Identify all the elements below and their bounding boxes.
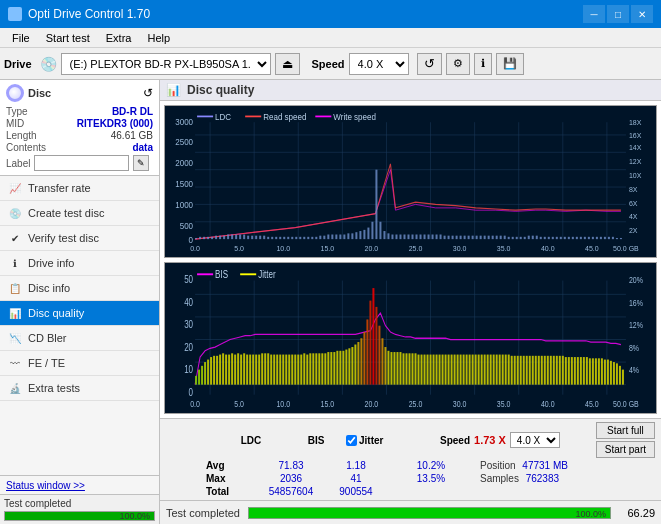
save-button[interactable]: 💾 <box>496 53 524 75</box>
disc-mid-key: MID <box>6 118 24 129</box>
svg-rect-53 <box>231 235 233 240</box>
svg-rect-304 <box>523 355 525 384</box>
sidebar: Disc ↺ Type BD-R DL MID RITEKDR3 (000) L… <box>0 80 160 524</box>
svg-rect-147 <box>608 237 610 239</box>
jitter-col-header: Jitter <box>359 435 383 446</box>
position-val: 47731 MB <box>522 460 568 471</box>
svg-rect-231 <box>303 353 305 384</box>
svg-rect-63 <box>271 237 273 239</box>
svg-rect-121 <box>504 236 506 239</box>
svg-rect-308 <box>535 355 537 384</box>
svg-rect-82 <box>347 233 349 239</box>
svg-rect-248 <box>354 344 356 384</box>
start-full-button[interactable]: Start full <box>596 422 655 439</box>
refresh-button[interactable]: ↺ <box>417 53 442 75</box>
svg-text:16%: 16% <box>629 297 643 307</box>
disc-label-button[interactable]: ✎ <box>133 155 149 171</box>
svg-rect-226 <box>288 354 290 384</box>
sidebar-item-create-test-disc[interactable]: 💿 Create test disc <box>0 201 159 226</box>
svg-rect-114 <box>476 236 478 239</box>
svg-rect-317 <box>562 355 564 384</box>
svg-rect-59 <box>255 236 257 239</box>
transfer-rate-icon: 📈 <box>8 181 22 195</box>
svg-rect-108 <box>452 236 454 239</box>
sidebar-item-disc-quality[interactable]: 📊 Disc quality <box>0 301 159 326</box>
menu-start-test[interactable]: Start test <box>38 31 98 45</box>
sidebar-item-verify-test-disc[interactable]: ✔ Verify test disc <box>0 226 159 251</box>
close-button[interactable]: ✕ <box>631 5 653 23</box>
svg-rect-237 <box>321 353 323 384</box>
svg-rect-150 <box>620 238 622 239</box>
chart-bottom: 50 40 30 20 10 0 20% 16% 12% 8% 4% <box>164 262 657 415</box>
svg-text:10.0: 10.0 <box>276 243 290 253</box>
drive-select[interactable]: (E:) PLEXTOR BD-R PX-LB950SA 1.06 <box>61 53 271 75</box>
speed-select-stat[interactable]: 4.0 X <box>510 432 560 448</box>
disc-refresh-icon[interactable]: ↺ <box>143 86 153 100</box>
svg-rect-55 <box>239 235 241 240</box>
svg-rect-305 <box>526 355 528 384</box>
speed-select[interactable]: 4.0 X <box>349 53 409 75</box>
menu-extra[interactable]: Extra <box>98 31 140 45</box>
speed-label: Speed <box>312 58 345 70</box>
svg-rect-56 <box>243 235 245 240</box>
sidebar-item-create-test-disc-label: Create test disc <box>28 207 104 219</box>
svg-text:2500: 2500 <box>175 137 193 148</box>
app-icon <box>8 7 22 21</box>
svg-rect-328 <box>595 358 597 384</box>
sidebar-item-transfer-rate[interactable]: 📈 Transfer rate <box>0 176 159 201</box>
status-window-link[interactable]: Status window >> <box>6 480 85 491</box>
svg-rect-233 <box>309 353 311 384</box>
sidebar-item-drive-info-label: Drive info <box>28 257 74 269</box>
start-part-button[interactable]: Start part <box>596 441 655 458</box>
menu-file[interactable]: File <box>4 31 38 45</box>
svg-text:30.0: 30.0 <box>453 399 467 409</box>
svg-rect-98 <box>412 235 414 240</box>
sidebar-item-drive-info[interactable]: ℹ Drive info <box>0 251 159 276</box>
settings-button[interactable]: ⚙ <box>446 53 470 75</box>
samples-val: 762383 <box>526 473 559 484</box>
sidebar-item-cd-bler-label: CD Bler <box>28 332 67 344</box>
svg-rect-290 <box>481 354 483 384</box>
svg-rect-149 <box>616 238 618 239</box>
svg-rect-92 <box>387 233 389 239</box>
jitter-avg: 10.2% <box>386 460 476 471</box>
fe-te-icon: 〰 <box>8 356 22 370</box>
svg-rect-240 <box>330 352 332 385</box>
svg-rect-110 <box>460 236 462 239</box>
speed-label-stat: Speed <box>440 435 470 446</box>
svg-rect-269 <box>418 354 420 384</box>
svg-text:40: 40 <box>184 296 193 307</box>
sidebar-item-cd-bler[interactable]: 📉 CD Bler <box>0 326 159 351</box>
maximize-button[interactable]: □ <box>607 5 629 23</box>
svg-rect-73 <box>311 237 313 239</box>
svg-rect-80 <box>339 235 341 240</box>
svg-rect-62 <box>267 237 269 239</box>
svg-text:12X: 12X <box>629 156 641 166</box>
sidebar-item-extra-tests[interactable]: 🔬 Extra tests <box>0 376 159 401</box>
svg-rect-303 <box>520 355 522 384</box>
sidebar-item-disc-info-label: Disc info <box>28 282 70 294</box>
svg-rect-335 <box>616 363 618 384</box>
svg-text:5.0: 5.0 <box>234 243 244 253</box>
svg-text:2000: 2000 <box>175 158 193 169</box>
svg-rect-224 <box>282 354 284 384</box>
svg-rect-260 <box>390 352 392 385</box>
disc-label-input[interactable] <box>34 155 129 171</box>
svg-text:2X: 2X <box>629 226 638 236</box>
sidebar-item-disc-info[interactable]: 📋 Disc info <box>0 276 159 301</box>
ldc-avg: 71.83 <box>256 460 326 471</box>
svg-text:10X: 10X <box>629 170 641 180</box>
info-button[interactable]: ℹ <box>474 53 492 75</box>
jitter-checkbox[interactable] <box>346 435 357 446</box>
verify-test-disc-icon: ✔ <box>8 231 22 245</box>
svg-rect-262 <box>396 352 398 385</box>
menu-help[interactable]: Help <box>139 31 178 45</box>
sidebar-item-fe-te[interactable]: 〰 FE / TE <box>0 351 159 376</box>
minimize-button[interactable]: ─ <box>583 5 605 23</box>
svg-text:25.0: 25.0 <box>409 243 423 253</box>
svg-rect-278 <box>445 354 447 384</box>
eject-button[interactable]: ⏏ <box>275 53 300 75</box>
svg-rect-87 <box>367 228 369 240</box>
svg-rect-91 <box>383 231 385 239</box>
svg-rect-324 <box>583 357 585 385</box>
